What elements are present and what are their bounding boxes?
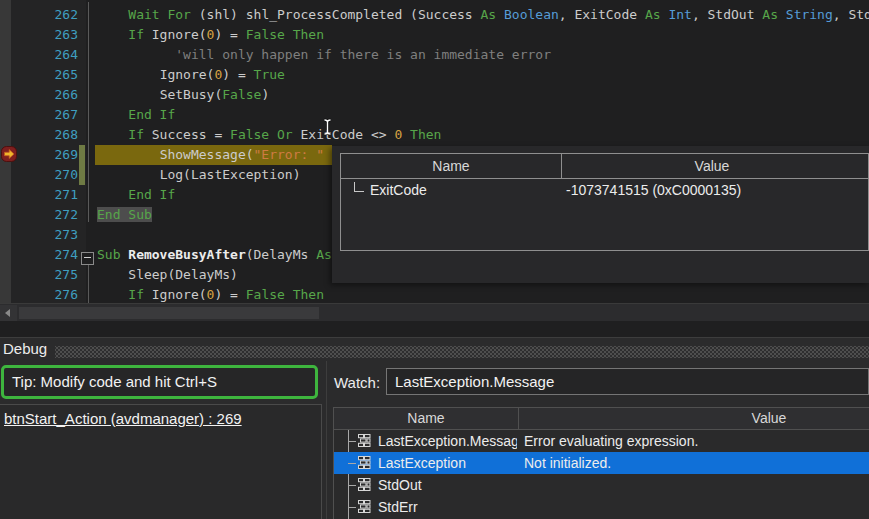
debug-tip-text: Tip: Modify code and hit Ctrl+S: [12, 368, 217, 396]
code-line[interactable]: 264 'will only happen if there is an imm…: [0, 45, 869, 65]
code-line[interactable]: 266 SetBusy(False): [0, 85, 869, 105]
line-number[interactable]: 263: [10, 25, 78, 45]
horizontal-scrollbar[interactable]: [0, 303, 869, 321]
code-text: 'will only happen if there is an immedia…: [97, 45, 551, 65]
tooltip-table-header: Name Value: [341, 154, 868, 179]
watch-variable-value: Not initialized.: [524, 452, 611, 474]
code-text: End Sub: [97, 205, 152, 225]
code-text: Sub RemoveBusyAfter(DelayMs As Int): [97, 245, 371, 265]
watch-row[interactable]: StdErr: [334, 496, 869, 518]
watch-row[interactable]: StdOut: [334, 474, 869, 496]
code-text: End If: [97, 185, 175, 205]
changed-line-bar: [79, 145, 85, 165]
line-number[interactable]: 273: [10, 225, 78, 245]
line-number[interactable]: 276: [10, 285, 78, 303]
tree-branch-icon: [348, 463, 356, 464]
code-line[interactable]: 267 End If: [0, 105, 869, 125]
code-text: SetBusy(False): [97, 85, 269, 105]
code-line[interactable]: 263 If Ignore(0) = False Then: [0, 25, 869, 45]
line-number[interactable]: 268: [10, 125, 78, 145]
code-text: Wait For (shl) shl_ProcessCompleted (Suc…: [97, 5, 869, 25]
code-text: Log(LastException): [97, 165, 301, 185]
line-number[interactable]: 267: [10, 105, 78, 125]
watch-value-column-header[interactable]: Value: [519, 408, 869, 429]
watch-variable-name: LastException: [378, 452, 517, 474]
watch-variable-name: StdOut: [378, 474, 517, 496]
code-line[interactable]: 262 Wait For (shl) shl_ProcessCompleted …: [0, 5, 869, 25]
line-number[interactable]: 272: [10, 205, 78, 225]
code-line[interactable]: 265 Ignore(0) = True: [0, 65, 869, 85]
code-text: ShowMessage("Error: ": [97, 145, 324, 165]
line-number[interactable]: 265: [10, 65, 78, 85]
horizontal-scrollbar-thumb[interactable]: [19, 307, 319, 319]
code-text: Ignore(0) = True: [97, 65, 285, 85]
scroll-left-arrow-icon: [5, 309, 10, 317]
code-text: If Success = False Or ExitCode <> 0 Then: [97, 125, 441, 145]
line-number[interactable]: 264: [10, 45, 78, 65]
code-text: If Ignore(0) = False Then: [97, 285, 324, 303]
panel-vertical-divider: [326, 361, 327, 519]
text-cursor-icon: [322, 118, 334, 136]
watch-row[interactable]: LastExceptionNot initialized.: [334, 452, 869, 474]
watch-expression-input[interactable]: LastException.Message: [386, 368, 869, 395]
code-line[interactable]: 268 If Success = False Or ExitCode <> 0 …: [0, 125, 869, 145]
line-number[interactable]: 266: [10, 85, 78, 105]
watch-row[interactable]: LastException.MessageError evaluating ex…: [334, 430, 869, 452]
tree-branch-icon: [348, 441, 356, 442]
watch-variable-value: Error evaluating expression.: [524, 430, 698, 452]
tooltip-variable-table: Name Value ExitCode -1073741515 (0xC0000…: [340, 153, 869, 251]
tree-branch-icon: [348, 485, 356, 486]
code-line[interactable]: 276 If Ignore(0) = False Then: [0, 285, 869, 303]
watch-label: Watch:: [334, 374, 380, 391]
call-stack-panel: btnStart_Action (avdmanager) : 269: [0, 404, 322, 519]
variable-icon: [357, 456, 372, 474]
changed-line-bar: [79, 165, 85, 185]
watch-expression-value: LastException.Message: [395, 369, 554, 394]
tree-branch-icon: [348, 507, 356, 508]
tooltip-variable-name: ExitCode: [370, 179, 427, 201]
code-text: End If: [97, 105, 175, 125]
panel-drag-grip[interactable]: [55, 346, 869, 358]
debug-tip-box: Tip: Modify code and hit Ctrl+S: [1, 365, 318, 399]
code-text: Sleep(DelayMs): [97, 265, 238, 285]
ide-debug-screen: 262 Wait For (shl) shl_ProcessCompleted …: [0, 0, 869, 519]
watch-variables-table: Name Value LastException.MessageError ev…: [333, 407, 869, 519]
watch-name-column-header[interactable]: Name: [334, 408, 518, 429]
tooltip-variable-value: -1073741515 (0xC0000135): [566, 179, 741, 201]
code-fold-collapse-icon[interactable]: [81, 252, 94, 265]
variable-icon: [357, 500, 372, 518]
variable-icon: [357, 434, 372, 452]
debug-panel: Debug Tip: Modify code and hit Ctrl+S bt…: [0, 337, 869, 519]
line-number[interactable]: 271: [10, 185, 78, 205]
line-number[interactable]: 275: [10, 265, 78, 285]
line-number[interactable]: 270: [10, 165, 78, 185]
watch-variable-name: StdErr: [378, 496, 517, 518]
execution-pointer-icon: [1, 146, 17, 162]
debug-value-tooltip: Name Value ExitCode -1073741515 (0xC0000…: [332, 146, 869, 283]
variable-icon: [357, 478, 372, 496]
tooltip-name-column-header[interactable]: Name: [341, 154, 561, 178]
watch-table-header: Name Value: [334, 408, 869, 430]
tooltip-variable-row[interactable]: ExitCode -1073741515 (0xC0000135): [341, 179, 868, 201]
watch-variable-name: LastException.Message: [378, 430, 517, 452]
line-number[interactable]: 262: [10, 5, 78, 25]
tooltip-value-column-header[interactable]: Value: [562, 154, 862, 178]
code-text: If Ignore(0) = False Then: [97, 25, 324, 45]
call-stack-frame-link[interactable]: btnStart_Action (avdmanager) : 269: [4, 410, 242, 427]
line-number[interactable]: 269: [10, 145, 78, 165]
debug-panel-title: Debug: [3, 340, 47, 357]
line-number[interactable]: 274: [10, 245, 78, 265]
tree-branch-icon: [354, 182, 364, 192]
scroll-left-button[interactable]: [0, 305, 17, 321]
